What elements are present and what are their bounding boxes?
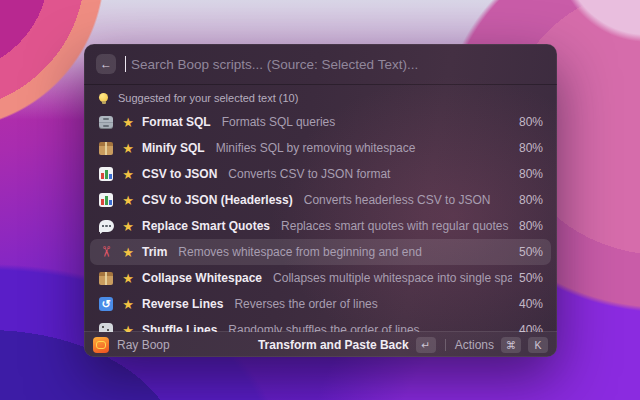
primary-action-button[interactable]: Transform and Paste Back: [258, 338, 409, 352]
list-item[interactable]: Minify SQL Minifies SQL by removing whit…: [90, 135, 551, 161]
item-name: Minify SQL: [142, 141, 205, 155]
list-item[interactable]: Collapse Whitespace Collapses multiple w…: [90, 265, 551, 291]
item-name: Format SQL: [142, 115, 211, 129]
script-rows: Format SQL Formats SQL queries 80% Minif…: [84, 109, 557, 332]
package-icon: [99, 142, 113, 155]
item-description: Collapses multiple whitespace into singl…: [273, 271, 512, 285]
actions-button[interactable]: Actions: [455, 338, 494, 352]
list-item[interactable]: Format SQL Formats SQL queries 80%: [90, 109, 551, 135]
item-description: Converts CSV to JSON format: [228, 167, 512, 181]
item-description: Converts headerless CSV to JSON: [304, 193, 512, 207]
footer-bar: Ray Boop Transform and Paste Back ↵ Acti…: [84, 331, 557, 357]
item-name: Trim: [142, 245, 167, 259]
item-score: 80%: [519, 115, 543, 129]
star-icon: [121, 298, 135, 311]
item-score: 80%: [519, 167, 543, 181]
footer-divider: [445, 339, 446, 351]
star-icon: [121, 116, 135, 129]
package-icon: [99, 272, 113, 285]
back-button[interactable]: ←: [96, 54, 116, 74]
item-score: 50%: [519, 245, 543, 259]
item-score: 80%: [519, 193, 543, 207]
bar-chart-icon: [99, 167, 113, 181]
item-name: Replace Smart Quotes: [142, 219, 270, 233]
star-icon: [121, 142, 135, 155]
star-icon: [121, 220, 135, 233]
bar-chart-icon: [99, 193, 113, 207]
list-item[interactable]: Reverse Lines Reverses the order of line…: [90, 291, 551, 317]
list-item[interactable]: Trim Removes whitespace from beginning a…: [90, 239, 551, 265]
list-item[interactable]: Replace Smart Quotes Replaces smart quot…: [90, 213, 551, 239]
item-name: Reverse Lines: [142, 297, 223, 311]
search-input[interactable]: [129, 56, 545, 73]
star-icon: [121, 168, 135, 181]
item-score: 80%: [519, 141, 543, 155]
boop-app-icon: [93, 337, 109, 353]
search-bar: ←: [84, 44, 557, 85]
item-description: Formats SQL queries: [222, 115, 512, 129]
list-item[interactable]: CSV to JSON (Headerless) Converts header…: [90, 187, 551, 213]
card-file-box-icon: [99, 116, 113, 129]
return-key-icon: ↵: [416, 337, 436, 353]
light-bulb-icon: [99, 93, 108, 102]
app-name: Ray Boop: [117, 338, 170, 352]
item-score: 40%: [519, 297, 543, 311]
item-description: Replaces smart quotes with regular quote…: [281, 219, 512, 233]
scissors-icon: [98, 244, 114, 260]
footer-actions: Transform and Paste Back ↵ Actions ⌘ K: [258, 337, 548, 353]
section-header: Suggested for your selected text (10): [84, 85, 557, 109]
desktop: { "colors": { "wallpaper_magenta": "#c43…: [0, 0, 640, 400]
raycast-boop-window: ← Suggested for your selected text (10) …: [84, 44, 557, 357]
section-header-label: Suggested for your selected text (10): [118, 92, 298, 104]
list-item[interactable]: CSV to JSON Converts CSV to JSON format …: [90, 161, 551, 187]
item-name: CSV to JSON (Headerless): [142, 193, 293, 207]
item-name: Collapse Whitespace: [142, 271, 262, 285]
item-description: Reverses the order of lines: [234, 297, 512, 311]
star-icon: [121, 246, 135, 259]
item-description: Minifies SQL by removing whitespace: [216, 141, 512, 155]
speech-balloon-icon: [99, 220, 114, 232]
item-score: 80%: [519, 219, 543, 233]
counterclockwise-arrows-icon: [99, 297, 113, 311]
k-key-icon: K: [528, 337, 548, 353]
script-list: Suggested for your selected text (10) Fo…: [84, 85, 557, 332]
item-score: 50%: [519, 271, 543, 285]
star-icon: [121, 194, 135, 207]
star-icon: [121, 272, 135, 285]
back-arrow-icon: ←: [100, 57, 112, 71]
item-description: Removes whitespace from beginning and en…: [178, 245, 512, 259]
item-name: CSV to JSON: [142, 167, 217, 181]
text-caret: [125, 56, 126, 72]
command-key-icon: ⌘: [501, 337, 521, 353]
list-item[interactable]: Shuffle Lines Randomly shuffles the orde…: [90, 317, 551, 332]
